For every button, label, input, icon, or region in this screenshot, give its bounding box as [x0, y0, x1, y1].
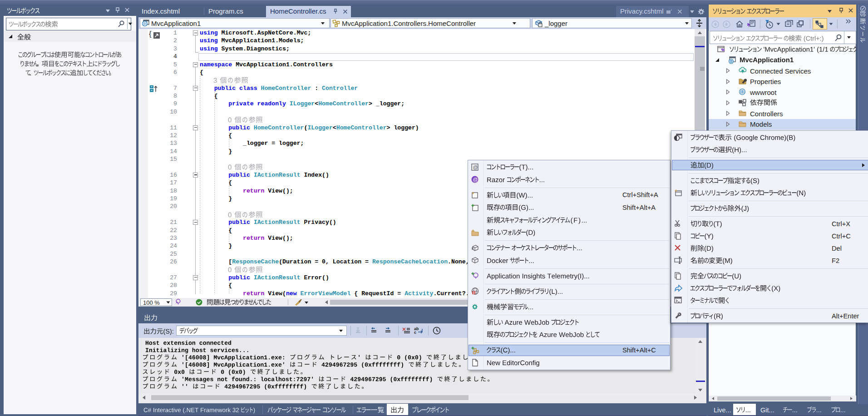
- svg-text:@: @: [473, 164, 478, 170]
- svg-text:c: c: [414, 330, 416, 335]
- svg-text:@: @: [473, 177, 478, 182]
- svg-text:{: {: [149, 30, 152, 38]
